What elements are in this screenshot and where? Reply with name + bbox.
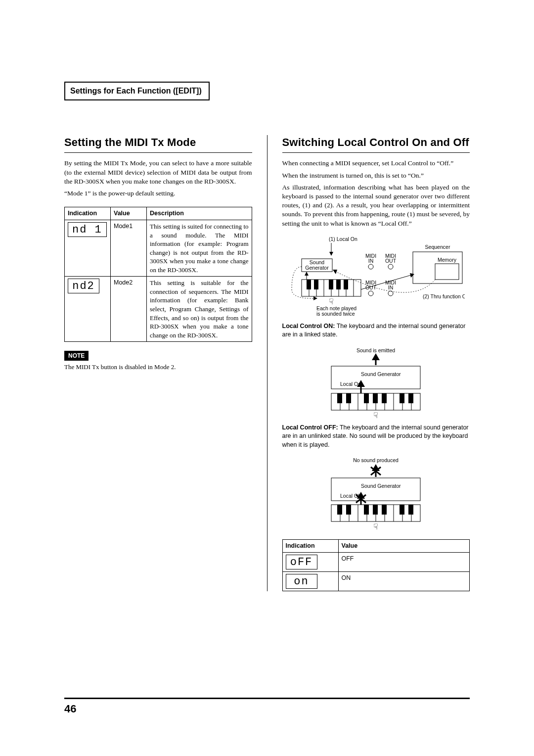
label-sound-emitted: Sound is emitted [356,347,395,353]
label-memory: Memory [438,257,457,263]
routing-diagram-svg: (1) Local On Sound Generator [287,235,465,319]
figure-local-off: No sound produced Sound Generator Local … [282,456,470,530]
table-header-row: Indication Value [282,540,470,553]
keyboard-icon: ☟ [302,280,361,306]
caption-local-on: Local Control ON: The keyboard and the i… [282,322,470,339]
col-value: Value [338,540,470,553]
svg-text:IN: IN [368,258,374,264]
svg-rect-75 [337,505,342,515]
svg-rect-51 [364,393,369,403]
right-column: Switching Local Control On and Off When … [282,135,470,592]
note-block: NOTE [64,351,252,361]
svg-text:OUT: OUT [385,258,397,264]
table-row: on ON [282,572,470,591]
content-area: Settings for Each Function ([EDIT]) Sett… [64,82,470,687]
arrow-up-icon [372,353,380,360]
cell-description: This setting is suited for connecting to… [147,220,252,277]
svg-rect-49 [337,393,342,403]
keyboard-icon: ☟ [331,505,420,530]
keyboard-icon: ☟ [331,393,420,420]
cell-indication: on [282,572,338,591]
svg-rect-77 [364,505,369,515]
label-sound-generator: Sound Generator [361,371,401,377]
column-divider [267,135,267,592]
seven-seg-display: on [286,574,317,589]
figure-midi-routing: (1) Local On Sound Generator [282,235,470,319]
section-heading-midi-tx: Setting the MIDI Tx Mode [64,135,252,153]
col-indication: Indication [282,540,338,553]
cell-value: Mode2 [111,277,147,342]
body-text: “Mode 1” is the power-up default setting… [64,189,252,198]
label-sequencer: Sequencer [425,244,450,250]
svg-marker-33 [333,270,337,274]
svg-rect-50 [346,393,351,403]
cell-indication: nd 1 [65,220,111,277]
svg-rect-53 [382,393,387,403]
figure-local-on: Sound is emitted Sound Generator Local O… [282,346,470,421]
label-local-on: (1) Local On [329,236,357,242]
page-header-box: Settings for Each Function ([EDIT]) [64,82,210,100]
svg-rect-55 [408,393,413,403]
svg-rect-24 [435,264,459,280]
svg-rect-13 [329,280,333,289]
seven-seg-display: oFF [286,555,317,569]
col-indication: Indication [65,207,111,220]
col-description: Description [147,207,252,220]
caption-label: Local Control OFF: [282,424,338,431]
svg-rect-15 [344,280,348,289]
svg-rect-81 [408,505,413,515]
table-row: nd 1 Mode1 This setting is suited for co… [65,220,252,277]
cell-indication: nd2 [65,277,111,342]
caption-local-off: Local Control OFF: The keyboard and the … [282,424,470,450]
note-text: The MIDI Tx button is disabled in Mode 2… [64,363,252,372]
body-text: When the instrument is turned on, this i… [282,171,470,180]
footer-rule [64,698,470,699]
label-thru: (2) Thru function On [423,293,465,299]
cell-value: OFF [338,553,470,572]
svg-rect-11 [307,280,311,289]
local-control-table: Indication Value oFF OFF on ON [282,539,470,591]
hand-icon: ☟ [373,411,378,420]
left-column: Setting the MIDI Tx Mode By setting the … [64,135,252,372]
note-badge: NOTE [64,351,89,361]
cell-value: Mode1 [111,220,147,277]
label-sound-generator: Sound Generator [361,483,401,489]
svg-point-29 [368,291,373,296]
caption-label: Local Control ON: [282,323,335,330]
svg-point-21 [368,264,373,269]
svg-marker-17 [305,272,309,276]
hand-icon: ☟ [373,522,378,530]
svg-rect-52 [373,393,378,403]
body-text: By setting the MIDI Tx Mode, you can sel… [64,159,252,186]
col-value: Value [111,207,147,220]
table-row: nd2 Mode2 This setting is suitable for t… [65,277,252,342]
svg-rect-12 [314,280,318,289]
svg-rect-14 [336,280,341,289]
svg-rect-78 [373,505,378,515]
svg-marker-18 [313,296,317,300]
cell-description: This setting is suitable for the connect… [147,277,252,342]
svg-rect-54 [400,393,404,403]
table-row: oFF OFF [282,553,470,572]
arrow-down-icon [329,252,333,256]
cell-value: ON [338,572,470,591]
svg-rect-79 [382,505,387,515]
hand-icon: ☟ [329,297,334,306]
two-column-layout: Setting the MIDI Tx Mode By setting the … [64,135,470,592]
page: Settings for Each Function ([EDIT]) Sett… [0,0,534,756]
body-text: As illustrated, information describing w… [282,183,470,228]
svg-point-22 [388,264,393,269]
seven-seg-display: nd2 [68,279,99,293]
svg-text:Generator: Generator [306,265,329,271]
svg-rect-80 [400,505,404,515]
label-no-sound: No sound produced [353,457,399,463]
svg-marker-57 [372,464,380,471]
section-heading-local-control: Switching Local Control On and Off [282,135,470,153]
svg-point-30 [388,291,393,296]
svg-text:IN: IN [388,284,394,290]
svg-rect-76 [346,505,351,515]
svg-text:is sounded twice: is sounded twice [316,311,355,317]
table-header-row: Indication Value Description [65,207,252,220]
page-number: 46 [64,702,76,716]
seven-seg-display: nd 1 [68,222,107,237]
